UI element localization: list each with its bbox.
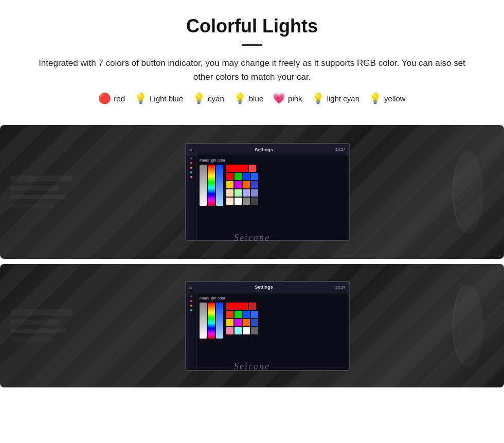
color-cell2-pk1[interactable] [226,327,233,334]
bulb-icon-lightcyan: 💡 [312,93,325,103]
color-cell2-p1[interactable] [235,319,242,326]
screen-main-1: Panel light color [196,155,349,240]
color-cell-l1[interactable] [226,189,233,197]
right-bulge-2 [453,285,483,367]
bulb-icon-cyan: 💡 [192,93,205,103]
sidebar-dot-2-1 [190,295,192,297]
color-cell-gray1[interactable] [243,198,250,205]
color-cell-dark1[interactable] [251,198,258,205]
screen-sidebar-2 [186,293,196,370]
screen-sidebar-1 [186,155,196,240]
color-cell-red2[interactable] [249,165,256,172]
color-label-cyan: cyan [208,94,224,103]
panel-label-1: Panel light color [200,158,346,162]
color-cell2-red-wide[interactable] [226,303,248,310]
sidebar-dot-1 [190,157,192,160]
color-item-pink: 💗 pink [273,93,302,103]
color-grid-row-4 [226,198,258,205]
screen-body-1: Panel light color [186,155,349,240]
car-unit-1: ⌂ Settings 20:24 Panel light color [0,125,504,259]
home-icon: ⌂ [189,147,192,152]
color-label-lightcyan: light cyan [327,94,359,103]
page-wrapper: Colorful Lights Integrated with 7 colors… [0,0,504,387]
description-text: Integrated with 7 colors of button indic… [31,56,473,84]
color-cell-b3[interactable] [251,181,258,188]
right-panel-1 [453,125,494,259]
color-cell2-tc1[interactable] [235,327,242,334]
color-cell2-g1[interactable] [235,311,242,318]
screen-title-1: Settings [255,147,273,152]
sidebar-dot-4 [190,171,192,173]
color-cell-w1[interactable] [235,198,242,205]
right-bulge-1 [453,151,483,233]
color-cell2-y1[interactable] [226,319,233,326]
color-label-pink: pink [288,94,302,103]
color-item-yellow: 💡 yellow [369,93,406,103]
color-label-red: red [114,94,125,103]
product-image-1: ⌂ Settings 20:24 Panel light color [0,125,504,259]
right-panel-2 [453,264,494,387]
sidebar-dot-5 [190,176,192,178]
color-grid2-row-0 [226,303,258,310]
left-panel-2 [10,264,72,387]
color-grid-row-1 [226,173,258,180]
color-cell2-b1[interactable] [243,311,250,318]
color-cell2-o1[interactable] [243,319,250,326]
color-cell-lb1[interactable] [243,189,250,197]
color-cell-lb2[interactable] [251,189,258,197]
color-cell2-red2[interactable] [249,303,256,310]
product-image-2: ⌂ Settings 20:24 Panel light color [0,264,504,387]
color-panels-2 [200,303,346,339]
color-picker-2[interactable] [200,303,223,339]
screen-time-1: 20:24 [335,147,346,152]
home-icon-2: ⌂ [189,285,192,290]
header-section: Colorful Lights Integrated with 7 colors… [0,0,504,125]
sidebar-dot-3 [190,167,192,169]
color-label-lightblue: Light blue [150,94,183,103]
color-cell2-b3[interactable] [251,319,258,326]
gradient-bar-gray-2 [200,303,207,339]
color-grid2-row-2 [226,319,258,326]
color-item-red: 🔴 red [98,93,125,103]
color-cell2-b2[interactable] [251,311,258,318]
bulb-icon-lightblue: 💡 [134,93,147,103]
color-indicators-row: 🔴 red 💡 Light blue 💡 cyan 💡 blue 💗 pink … [31,93,473,103]
color-grid-row-0 [226,165,258,172]
title-divider [242,44,262,46]
color-cell-o1[interactable] [243,181,250,188]
color-cell-y1[interactable] [226,181,233,188]
sidebar-dot-2 [190,162,192,164]
screen-time-2: 20:24 [335,285,346,290]
watermark-1: Seicane [234,233,270,243]
bulb-icon-red: 🔴 [98,93,111,103]
color-item-blue: 💡 blue [233,93,263,103]
color-grid-row-3 [226,189,258,197]
screen-body-2: Panel light color [186,293,349,370]
left-panel-1 [10,125,72,259]
screen-header-2: ⌂ Settings 20:24 [186,282,349,293]
color-cell2-gray1[interactable] [251,327,258,334]
color-cell-p1[interactable] [235,181,242,188]
sidebar-dot-2-3 [190,305,192,307]
sidebar-dot-2-4 [190,309,192,311]
color-cell-r1[interactable] [226,173,233,180]
color-cell2-w1[interactable] [243,327,250,334]
screen-display-2: ⌂ Settings 20:24 Panel light color [185,281,350,371]
gradient-bar-gray [200,165,207,206]
color-item-lightcyan: 💡 light cyan [312,93,359,103]
gradient-bar-blue [216,165,223,206]
color-cell-red-wide[interactable] [226,165,248,172]
color-cell-b2[interactable] [251,173,258,180]
bulb-icon-pink: 💗 [273,93,285,103]
color-cell2-r1[interactable] [226,311,233,318]
color-grid-row-2 [226,181,258,188]
color-cell-vl1[interactable] [226,198,233,205]
color-cell-g1[interactable] [235,173,242,180]
color-picker-1[interactable] [200,165,223,206]
panel-label-2: Panel light color [200,296,346,300]
color-cell-b1[interactable] [243,173,250,180]
watermark-2: Seicane [234,361,270,372]
color-label-yellow: yellow [384,94,406,103]
color-cell-lg1[interactable] [235,189,242,197]
color-label-blue: blue [249,94,263,103]
